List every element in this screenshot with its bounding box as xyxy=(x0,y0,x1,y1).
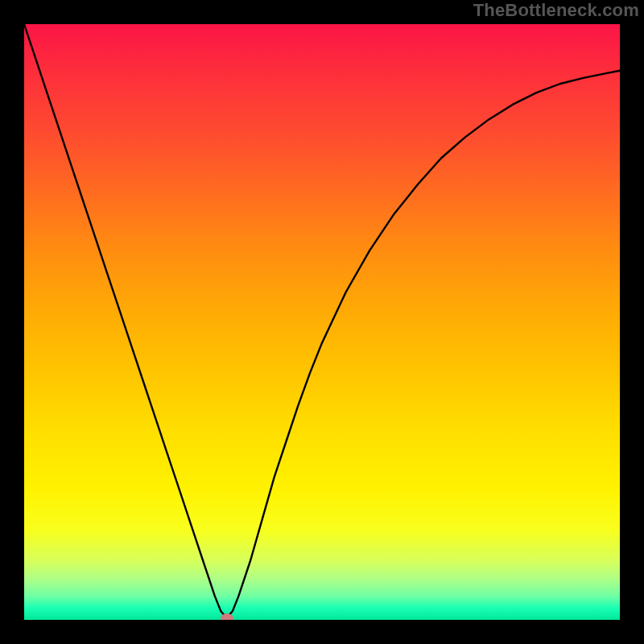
plot-area xyxy=(24,24,620,620)
minimum-marker xyxy=(221,613,233,620)
attribution-text: TheBottleneck.com xyxy=(473,0,639,21)
chart-frame: TheBottleneck.com xyxy=(0,0,644,644)
bottleneck-curve xyxy=(24,24,620,620)
